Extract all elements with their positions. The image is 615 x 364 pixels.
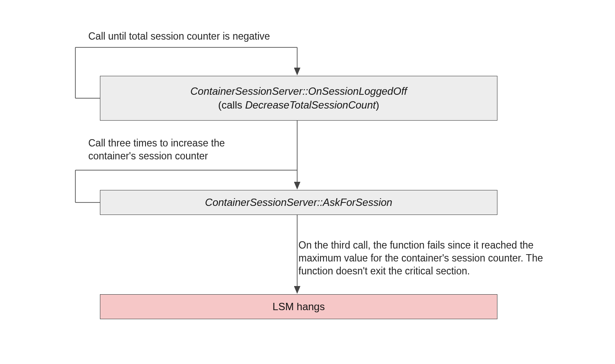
box2-text: ContainerSessionServer::AskForSession [205,196,392,209]
box1-l2b: DecreaseTotalSessionCount [245,99,376,111]
box1-title: ContainerSessionServer::OnSessionLoggedO… [190,85,407,97]
box-lsm-hangs: LSM hangs [100,294,497,319]
box1-line1: ContainerSessionServer::OnSessionLoggedO… [190,84,407,98]
box1-l2a: (calls [218,99,245,111]
label-bottom: On the third call, the function fails si… [298,239,565,278]
label-middle: Call three times to increase the contain… [88,137,261,163]
box3-text: LSM hangs [273,300,325,314]
box1-l2c: ) [376,99,379,111]
label-top: Call until total session counter is nega… [88,30,390,43]
box-on-session-logged-off: ContainerSessionServer::OnSessionLoggedO… [100,76,497,121]
box-ask-for-session: ContainerSessionServer::AskForSession [100,190,497,215]
box1-line2: (calls DecreaseTotalSessionCount) [218,98,379,112]
